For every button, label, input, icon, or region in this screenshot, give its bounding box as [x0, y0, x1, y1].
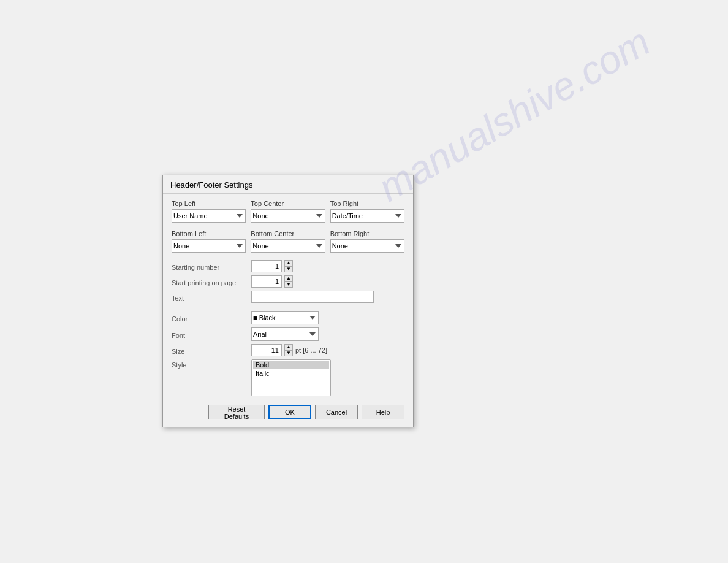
starting-number-spinner: ▲ ▼ — [251, 260, 293, 272]
dialog-body: Top Left User Name None Date/Time Page N… — [163, 194, 413, 427]
help-button[interactable]: Help — [362, 405, 404, 419]
top-left-select[interactable]: User Name None Date/Time Page Number Fil… — [172, 209, 246, 223]
bottom-center-select[interactable]: None User Name Date/Time Page Number Fil… — [251, 239, 325, 253]
starting-number-input[interactable] — [251, 260, 282, 272]
style-label: Style — [172, 359, 251, 369]
start-printing-buttons: ▲ ▼ — [284, 275, 293, 288]
color-select[interactable]: ■ Black Red Blue Green — [251, 311, 319, 324]
bottom-center-col: Bottom Center None User Name Date/Time P… — [251, 230, 325, 253]
bottom-left-col: Bottom Left None User Name Date/Time Pag… — [172, 230, 246, 253]
bottom-row: Bottom Left None User Name Date/Time Pag… — [172, 230, 404, 253]
size-row: Size ▲ ▼ pt [6 ... 72] — [172, 344, 404, 356]
text-row: Text — [172, 291, 404, 303]
start-printing-down[interactable]: ▼ — [284, 282, 293, 288]
bottom-right-select[interactable]: None User Name Date/Time Page Number Fil… — [330, 239, 404, 253]
top-left-label: Top Left — [172, 200, 246, 207]
starting-number-up[interactable]: ▲ — [284, 260, 293, 266]
watermark: manualshive.com — [371, 18, 658, 210]
bottom-center-label: Bottom Center — [251, 230, 325, 237]
dialog-title: Header/Footer Settings — [163, 175, 413, 194]
size-hint: pt [6 ... 72] — [295, 347, 327, 354]
buttons-row: Reset Defaults OK Cancel Help — [172, 405, 404, 419]
header-footer-dialog: Header/Footer Settings Top Left User Nam… — [162, 175, 414, 427]
font-label: Font — [172, 330, 251, 339]
size-buttons: ▲ ▼ — [284, 344, 293, 356]
top-center-select[interactable]: None User Name Date/Time Page Number Fil… — [251, 209, 325, 223]
top-left-col: Top Left User Name None Date/Time Page N… — [172, 200, 246, 223]
color-row: Color ■ Black Red Blue Green — [172, 311, 404, 324]
starting-number-down[interactable]: ▼ — [284, 266, 293, 272]
top-row: Top Left User Name None Date/Time Page N… — [172, 200, 404, 223]
bottom-right-label: Bottom Right — [330, 230, 404, 237]
style-row: Style Bold Italic — [172, 359, 404, 396]
top-right-select[interactable]: Date/Time None User Name Page Number Fil… — [330, 209, 404, 223]
font-select[interactable]: Arial Times New Roman Courier New — [251, 327, 319, 341]
start-printing-label: Start printing on page — [172, 277, 251, 286]
top-right-label: Top Right — [330, 200, 404, 207]
top-center-col: Top Center None User Name Date/Time Page… — [251, 200, 325, 223]
starting-number-label: Starting number — [172, 262, 251, 271]
size-label: Size — [172, 346, 251, 355]
start-printing-spinner: ▲ ▼ — [251, 275, 293, 288]
ok-button[interactable]: OK — [268, 405, 311, 419]
font-row: Font Arial Times New Roman Courier New — [172, 327, 404, 341]
starting-number-buttons: ▲ ▼ — [284, 260, 293, 272]
size-up[interactable]: ▲ — [284, 344, 293, 350]
top-center-label: Top Center — [251, 200, 325, 207]
top-right-col: Top Right Date/Time None User Name Page … — [330, 200, 404, 223]
start-printing-input[interactable] — [251, 275, 282, 288]
reset-defaults-button[interactable]: Reset Defaults — [208, 405, 265, 419]
size-down[interactable]: ▼ — [284, 350, 293, 356]
color-label: Color — [172, 313, 251, 323]
bottom-right-col: Bottom Right None User Name Date/Time Pa… — [330, 230, 404, 253]
text-label: Text — [172, 293, 251, 302]
size-input[interactable] — [251, 344, 282, 356]
size-controls: ▲ ▼ pt [6 ... 72] — [251, 344, 327, 356]
bottom-left-select[interactable]: None User Name Date/Time Page Number Fil… — [172, 239, 246, 253]
bottom-left-label: Bottom Left — [172, 230, 246, 237]
cancel-button[interactable]: Cancel — [315, 405, 358, 419]
style-listbox[interactable]: Bold Italic — [251, 359, 331, 396]
text-input[interactable] — [251, 291, 374, 303]
start-printing-up[interactable]: ▲ — [284, 275, 293, 282]
starting-number-row: Starting number ▲ ▼ — [172, 260, 404, 272]
start-printing-row: Start printing on page ▲ ▼ — [172, 275, 404, 288]
